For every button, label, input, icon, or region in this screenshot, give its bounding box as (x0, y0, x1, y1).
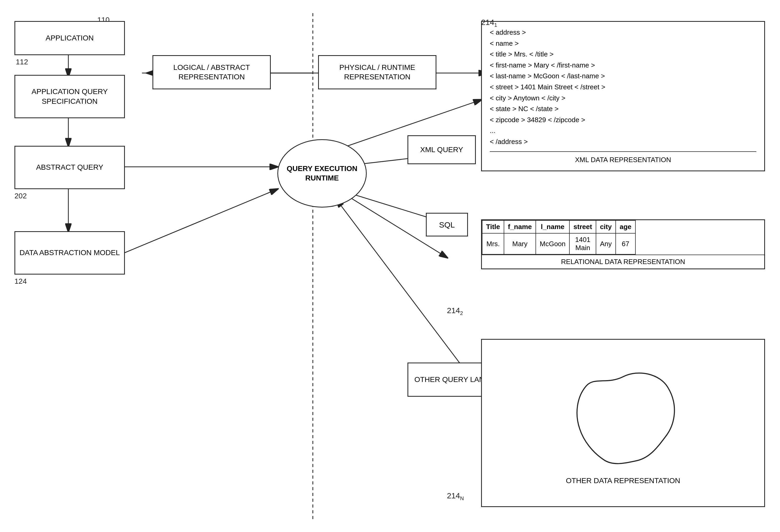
sql-label: SQL (439, 220, 455, 230)
cell-lname: McGoon (536, 233, 570, 254)
query-execution-runtime-ellipse: QUERY EXECUTION RUNTIME (277, 139, 367, 208)
ref-2141: 2141 (481, 18, 497, 28)
xml-line-5: < last-name > McGoon < /last-name > (490, 71, 757, 82)
cell-street: 1401Main (570, 233, 596, 254)
col-lname: l_name (536, 220, 570, 233)
xml-data-footer: XML DATA REPRESENTATION (490, 151, 757, 165)
xml-line-9: < zipcode > 34829 < /zipcode > (490, 114, 757, 125)
physical-runtime-label: PHYSICAL / RUNTIME REPRESENTATION (322, 63, 433, 82)
xml-line-1: < address > (490, 27, 757, 38)
xml-line-3: < title > Mrs. < /title > (490, 49, 757, 60)
col-street: street (570, 220, 596, 233)
abstract-query-box: ABSTRACT QUERY (14, 146, 125, 189)
blob-shape (557, 361, 689, 471)
col-title: Title (482, 220, 504, 233)
cell-fname: Mary (504, 233, 536, 254)
abstract-query-label: ABSTRACT QUERY (36, 163, 103, 172)
other-data-box: OTHER DATA REPRESENTATION (481, 339, 765, 507)
ref-214n-sub: N (460, 495, 464, 501)
ref-124: 124 (14, 277, 27, 285)
col-city: city (596, 220, 616, 233)
xml-query-box: XML QUERY (407, 135, 476, 164)
xml-line-4: < first-name > Mary < /first-name > (490, 60, 757, 71)
data-abstraction-model-box: DATA ABSTRACTION MODEL (14, 231, 125, 274)
xml-line-6: < street > 1401 Main Street < /street > (490, 82, 757, 93)
ref-2141-sub: 1 (494, 22, 497, 28)
relational-data-table: Title f_name l_name street city age Mrs.… (482, 220, 636, 255)
xml-line-8: < state > NC < /state > (490, 104, 757, 114)
relational-data-container: Title f_name l_name street city age Mrs.… (481, 219, 765, 269)
ref-2142: 2142 (447, 306, 463, 316)
ref-2142-sub: 2 (460, 310, 463, 316)
application-box: APPLICATION (14, 21, 125, 55)
other-data-footer: OTHER DATA REPRESENTATION (566, 477, 680, 485)
app-query-spec-box: APPLICATION QUERY SPECIFICATION (14, 75, 125, 118)
ref-214n: 214N (447, 491, 464, 501)
relational-data-footer: RELATIONAL DATA REPRESENTATION (482, 255, 764, 268)
col-age: age (616, 220, 635, 233)
xml-line-7: < city > Anytown < /city > (490, 93, 757, 104)
xml-data-box: < address > < name > < title > Mrs. < /t… (481, 21, 765, 171)
logical-abstract-label: LOGICAL / ABSTRACT REPRESENTATION (156, 63, 267, 82)
xml-line-2: < name > (490, 38, 757, 49)
col-fname: f_name (504, 220, 536, 233)
ref-202: 202 (14, 192, 27, 200)
cell-city: Any (596, 233, 616, 254)
physical-runtime-box: PHYSICAL / RUNTIME REPRESENTATION (318, 55, 436, 89)
cell-title: Mrs. (482, 233, 504, 254)
data-abstraction-model-label: DATA ABSTRACTION MODEL (19, 248, 120, 258)
ref-112: 112 (16, 58, 28, 66)
svg-line-10 (119, 189, 277, 255)
query-execution-runtime-label: QUERY EXECUTION RUNTIME (278, 164, 366, 183)
cell-age: 67 (616, 233, 635, 254)
table-row: Mrs. Mary McGoon 1401Main Any 67 (482, 233, 635, 254)
app-query-spec-label: APPLICATION QUERY SPECIFICATION (18, 87, 121, 106)
logical-abstract-box: LOGICAL / ABSTRACT REPRESENTATION (152, 55, 271, 89)
xml-query-label: XML QUERY (420, 145, 463, 155)
sql-box: SQL (426, 213, 468, 236)
xml-line-10: ... (490, 125, 757, 136)
xml-line-11: < /address > (490, 136, 757, 147)
application-label: APPLICATION (46, 33, 94, 43)
